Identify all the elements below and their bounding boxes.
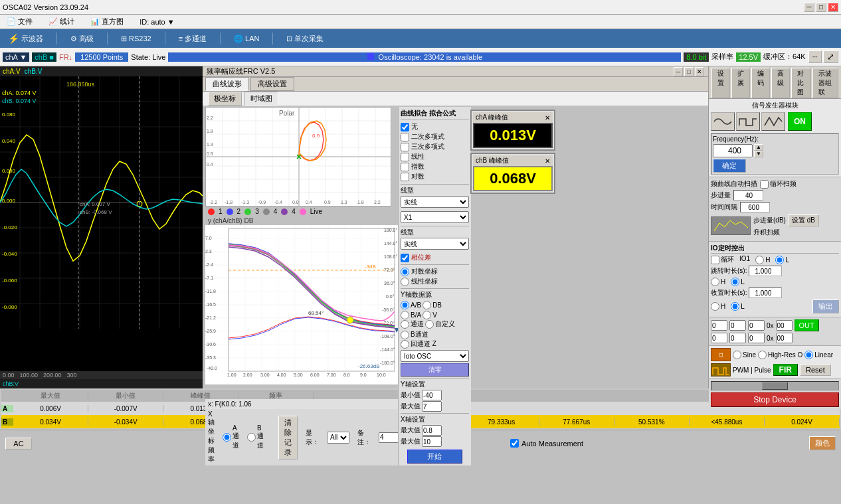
io-num-2[interactable] xyxy=(729,320,746,331)
square-wave-btn[interactable] xyxy=(736,112,760,131)
scroll-thumb[interactable] xyxy=(762,382,787,390)
fit-quadratic-check[interactable] xyxy=(401,133,409,141)
linear-radio[interactable]: Linear xyxy=(804,351,833,359)
start-btn[interactable]: 开始 xyxy=(407,450,462,463)
color-btn[interactable]: 颜色 xyxy=(809,436,836,450)
ch-a-popup-close[interactable]: ✕ xyxy=(545,114,550,122)
io-num-5[interactable] xyxy=(729,333,746,343)
io-num-3[interactable] xyxy=(748,320,765,331)
osc-expand-btn[interactable]: ⤢ xyxy=(823,50,838,63)
nav-lan[interactable]: 🌐LAN xyxy=(229,33,264,44)
reset-btn[interactable]: Reset xyxy=(800,364,831,376)
ch-b-popup-close[interactable]: ✕ xyxy=(545,157,550,165)
scroll-track[interactable] xyxy=(711,381,839,390)
io-num-6[interactable] xyxy=(748,333,765,343)
highres-radio[interactable]: High-Res O xyxy=(758,351,802,359)
radio-ch-b[interactable]: B通道 xyxy=(247,424,264,450)
time-input[interactable] xyxy=(740,202,770,212)
phase-diff-check[interactable] xyxy=(401,254,409,262)
tab-settings[interactable]: 设置 xyxy=(711,68,730,98)
scale-select[interactable]: X1 xyxy=(401,211,469,223)
on-btn[interactable]: ON xyxy=(788,112,812,131)
radio-ch-a[interactable]: A通道 xyxy=(223,424,239,450)
io-l2-radio[interactable]: L xyxy=(731,278,745,286)
step-input[interactable] xyxy=(733,190,763,201)
maximize-btn[interactable]: □ xyxy=(816,3,826,12)
tab-advanced[interactable]: 高级 xyxy=(771,68,790,98)
y-z-radio[interactable]: 回通道 Z xyxy=(401,339,436,349)
nav-multichannel[interactable]: ≡多通道 xyxy=(173,33,212,45)
close-btn[interactable]: ✕ xyxy=(828,3,838,12)
osc-more-btn[interactable]: ··· xyxy=(808,50,822,63)
freq-input[interactable] xyxy=(713,144,753,157)
fit-exp-check[interactable] xyxy=(401,163,409,171)
y-ab-radio[interactable]: A/B xyxy=(401,301,421,309)
io-num-4[interactable] xyxy=(711,333,727,343)
io-l3-radio[interactable]: L xyxy=(731,299,745,313)
menu-histogram[interactable]: 📊 直方图 xyxy=(86,15,128,28)
io-output-btn[interactable]: 输出 xyxy=(812,299,839,313)
nav-single[interactable]: ⊡单次采集 xyxy=(281,33,329,45)
frc-minimize[interactable]: ─ xyxy=(674,67,683,76)
ac-btn-1[interactable]: AC xyxy=(5,438,32,450)
frc-maximize[interactable]: □ xyxy=(684,67,694,76)
y-v-radio[interactable]: V xyxy=(422,311,437,319)
clear-zero-btn[interactable]: 清零 xyxy=(401,363,469,377)
second-line-select[interactable]: 实线 xyxy=(401,238,469,250)
menu-id[interactable]: ID: auto ▼ xyxy=(136,17,178,27)
set-db-btn[interactable]: 设置 dB xyxy=(788,214,819,226)
fit-log-check[interactable] xyxy=(401,173,409,181)
notes-input[interactable] xyxy=(379,432,399,443)
line-type-select[interactable]: 实线 xyxy=(401,196,469,208)
triangle-wave-btn[interactable] xyxy=(761,112,785,131)
stay-time-input[interactable] xyxy=(749,288,782,298)
y-min-input[interactable] xyxy=(422,390,442,400)
frc-subtab-time[interactable]: 时域图 xyxy=(244,92,278,106)
osc-display[interactable]: 186.858us chA: 0.074 V chB: 0.074 V 0.08… xyxy=(0,76,203,371)
io-loop-check[interactable]: 循环 xyxy=(711,255,734,264)
freq-down-btn[interactable]: ▼ xyxy=(754,151,763,157)
tab-osc-link[interactable]: 示波器组联 xyxy=(812,68,838,98)
x-max1-input[interactable] xyxy=(422,425,442,436)
frc-tab-waveform[interactable]: 曲线波形 xyxy=(205,77,249,91)
display-select[interactable]: All xyxy=(327,432,349,444)
menu-file[interactable]: 📄 文件 xyxy=(3,15,37,28)
nav-rs232[interactable]: ⊞RS232 xyxy=(116,33,157,44)
io-h2-radio[interactable]: H xyxy=(711,278,725,286)
freq-up-btn[interactable]: ▲ xyxy=(754,144,763,151)
frc-tab-advanced[interactable]: 高级设置 xyxy=(250,77,294,91)
nav-advanced[interactable]: ⚙高级 xyxy=(65,33,99,45)
frc-subtab-polar[interactable]: 极坐标 xyxy=(208,92,242,106)
y-ba-radio[interactable]: B/A xyxy=(401,311,421,319)
fir-btn[interactable]: FIR xyxy=(773,364,798,376)
fit-linear-check[interactable] xyxy=(401,153,409,161)
io-hex-1[interactable] xyxy=(776,320,793,331)
jump-time-input[interactable] xyxy=(749,266,782,276)
y-db-radio[interactable]: DB xyxy=(422,301,442,309)
minimize-btn[interactable]: ─ xyxy=(804,3,814,12)
fit-cubic-check[interactable] xyxy=(401,143,409,151)
fit-none-check[interactable] xyxy=(401,123,409,131)
y-b-ch-radio[interactable]: B通道 xyxy=(401,330,428,339)
coord-linear-radio[interactable] xyxy=(401,278,409,286)
nav-oscilloscope[interactable]: ⚡ 示波器 xyxy=(3,32,48,45)
io-hex-2[interactable] xyxy=(776,333,793,343)
io-l-radio[interactable]: L xyxy=(775,255,789,264)
tab-compare[interactable]: 对比图 xyxy=(791,68,811,98)
y-custom-radio[interactable]: 自定义 xyxy=(425,319,455,329)
stop-device-btn[interactable]: Stop Device xyxy=(711,392,839,407)
y-max-input[interactable] xyxy=(422,401,442,412)
sine-wave-btn[interactable] xyxy=(711,112,735,131)
io-out-btn[interactable]: OUT xyxy=(794,319,819,331)
tab-extend[interactable]: 扩展 xyxy=(731,68,750,98)
io-num-1[interactable] xyxy=(711,320,727,331)
confirm-btn[interactable]: 确定 xyxy=(713,159,746,173)
clear-records-btn[interactable]: 清除记录 xyxy=(278,416,298,460)
drop-select[interactable]: Ioto OSC xyxy=(401,350,469,362)
x-max2-input[interactable] xyxy=(422,436,442,447)
tab-encode[interactable]: 编码 xyxy=(751,68,770,98)
frc-close[interactable]: ✕ xyxy=(695,67,704,76)
io-h3-radio[interactable]: H xyxy=(711,299,725,313)
menu-graph[interactable]: 📈 线计 xyxy=(45,15,78,28)
io-h-radio[interactable]: H xyxy=(755,255,770,264)
